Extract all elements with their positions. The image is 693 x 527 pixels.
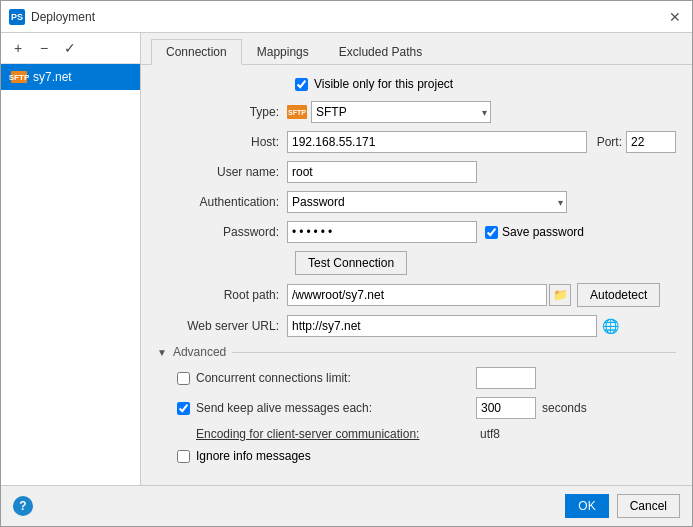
test-connection-button[interactable]: Test Connection bbox=[295, 251, 407, 275]
host-input[interactable] bbox=[287, 131, 587, 153]
type-row: Type: SFTP SFTP ▾ bbox=[157, 101, 676, 123]
concurrent-input[interactable] bbox=[476, 367, 536, 389]
tab-mappings[interactable]: Mappings bbox=[242, 39, 324, 65]
concurrent-checkbox[interactable] bbox=[177, 372, 190, 385]
ignore-checkbox[interactable] bbox=[177, 450, 190, 463]
ignore-label: Ignore info messages bbox=[196, 449, 311, 463]
tab-excluded-paths[interactable]: Excluded Paths bbox=[324, 39, 437, 65]
type-select-wrapper: SFTP SFTP ▾ bbox=[287, 101, 491, 123]
visible-project-label: Visible only for this project bbox=[314, 77, 453, 91]
ok-button[interactable]: OK bbox=[565, 494, 608, 518]
test-connection-row: Test Connection bbox=[157, 251, 676, 275]
remove-server-button[interactable]: − bbox=[33, 37, 55, 59]
tab-connection[interactable]: Connection bbox=[151, 39, 242, 65]
collapse-icon[interactable]: ▼ bbox=[157, 347, 167, 358]
encoding-label: Encoding for client-server communication… bbox=[196, 427, 476, 441]
host-label: Host: bbox=[157, 135, 287, 149]
content-area: Connection Mappings Excluded Paths Visib… bbox=[141, 33, 692, 485]
confirm-button[interactable]: ✓ bbox=[59, 37, 81, 59]
port-input[interactable] bbox=[626, 131, 676, 153]
open-url-button[interactable]: 🌐 bbox=[599, 315, 621, 337]
visible-project-checkbox[interactable] bbox=[295, 78, 308, 91]
port-label: Port: bbox=[597, 135, 622, 149]
cancel-button[interactable]: Cancel bbox=[617, 494, 680, 518]
root-path-row: Root path: 📁 Autodetect bbox=[157, 283, 676, 307]
encoding-row: Encoding for client-server communication… bbox=[157, 427, 676, 441]
auth-row: Authentication: Password ▾ bbox=[157, 191, 676, 213]
advanced-label: Advanced bbox=[173, 345, 226, 359]
tabs: Connection Mappings Excluded Paths bbox=[141, 33, 692, 65]
divider-line bbox=[232, 352, 676, 353]
sidebar-toolbar: + − ✓ bbox=[1, 33, 140, 64]
seconds-label: seconds bbox=[542, 401, 587, 415]
save-password-wrapper: Save password bbox=[485, 225, 584, 239]
app-icon: PS bbox=[9, 9, 25, 25]
auth-select-wrapper: Password ▾ bbox=[287, 191, 567, 213]
save-password-label: Save password bbox=[502, 225, 584, 239]
web-url-row: Web server URL: 🌐 bbox=[157, 315, 676, 337]
bottom-bar: ? OK Cancel bbox=[1, 485, 692, 526]
password-row: Password: Save password bbox=[157, 221, 676, 243]
auth-select[interactable]: Password bbox=[287, 191, 567, 213]
ignore-row: Ignore info messages bbox=[157, 449, 676, 463]
web-url-input[interactable] bbox=[287, 315, 597, 337]
browse-folder-button[interactable]: 📁 bbox=[549, 284, 571, 306]
help-button[interactable]: ? bbox=[13, 496, 33, 516]
close-button[interactable]: ✕ bbox=[666, 8, 684, 26]
keepalive-row: Send keep alive messages each: seconds bbox=[157, 397, 676, 419]
title-bar: PS Deployment ✕ bbox=[1, 1, 692, 33]
username-input[interactable] bbox=[287, 161, 477, 183]
add-server-button[interactable]: + bbox=[7, 37, 29, 59]
deployment-window: PS Deployment ✕ + − ✓ SFTP sy7.net Conne… bbox=[0, 0, 693, 527]
sidebar-item-label: sy7.net bbox=[33, 70, 72, 84]
advanced-divider: ▼ Advanced bbox=[157, 345, 676, 359]
visible-project-row: Visible only for this project bbox=[157, 77, 676, 91]
sidebar: + − ✓ SFTP sy7.net bbox=[1, 33, 141, 485]
password-label: Password: bbox=[157, 225, 287, 239]
sftp-type-icon: SFTP bbox=[287, 105, 307, 119]
root-path-input[interactable] bbox=[287, 284, 547, 306]
concurrent-row: Concurrent connections limit: bbox=[157, 367, 676, 389]
keepalive-checkbox[interactable] bbox=[177, 402, 190, 415]
username-row: User name: bbox=[157, 161, 676, 183]
username-label: User name: bbox=[157, 165, 287, 179]
type-select[interactable]: SFTP bbox=[311, 101, 491, 123]
auth-label: Authentication: bbox=[157, 195, 287, 209]
type-label: Type: bbox=[157, 105, 287, 119]
password-input[interactable] bbox=[287, 221, 477, 243]
host-row: Host: Port: bbox=[157, 131, 676, 153]
concurrent-label: Concurrent connections limit: bbox=[196, 371, 476, 385]
root-path-label: Root path: bbox=[157, 288, 287, 302]
encoding-value: utf8 bbox=[480, 427, 500, 441]
sidebar-item-sy7[interactable]: SFTP sy7.net bbox=[1, 64, 140, 90]
save-password-checkbox[interactable] bbox=[485, 226, 498, 239]
bottom-buttons: OK Cancel bbox=[565, 494, 680, 518]
keepalive-label: Send keep alive messages each: bbox=[196, 401, 476, 415]
keepalive-input[interactable] bbox=[476, 397, 536, 419]
sftp-icon: SFTP bbox=[11, 71, 27, 83]
autodetect-button[interactable]: Autodetect bbox=[577, 283, 660, 307]
window-title: Deployment bbox=[31, 10, 666, 24]
form-area: Visible only for this project Type: SFTP… bbox=[141, 65, 692, 485]
web-url-label: Web server URL: bbox=[157, 319, 287, 333]
